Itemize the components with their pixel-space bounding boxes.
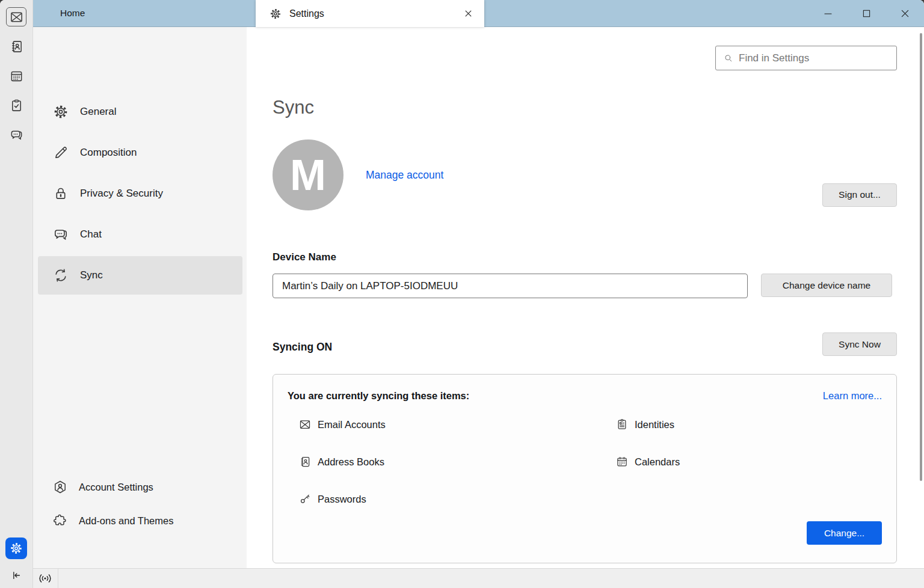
device-name-input[interactable]: [273, 274, 748, 298]
sync-item-label: Email Accounts: [318, 419, 386, 430]
sync-now-button[interactable]: Sync Now: [822, 332, 897, 356]
id-card-icon: [616, 418, 628, 430]
tab-settings-label: Settings: [289, 8, 324, 19]
sidebar-item-label: Account Settings: [79, 482, 153, 493]
account-hexagon-icon: [53, 480, 67, 494]
syncing-status: Syncing ON: [273, 341, 332, 356]
sidebar-item-chat[interactable]: Chat: [38, 215, 242, 254]
broadcast-status-icon[interactable]: [37, 571, 53, 586]
sidebar-item-label: Composition: [80, 147, 137, 159]
sync-item-email-accounts: Email Accounts: [288, 406, 605, 443]
sync-item-label: Address Books: [318, 456, 384, 468]
pencil-icon: [53, 145, 69, 161]
sidebar-item-label: Add-ons and Themes: [79, 515, 173, 527]
sign-out-button[interactable]: Sign out...: [822, 183, 897, 207]
gear-icon: [10, 542, 23, 555]
gear-icon: [53, 104, 69, 120]
sync-item-label: Calendars: [635, 456, 680, 468]
sidebar-item-sync[interactable]: Sync: [38, 256, 242, 295]
sidebar-footer: Account Settings Add-ons and Themes: [38, 468, 242, 535]
calendar-icon: [616, 456, 628, 468]
tasks-space-button[interactable]: [6, 96, 26, 115]
sync-items-grid: Email Accounts Identities: [288, 406, 882, 518]
mail-icon: [10, 10, 23, 24]
maximize-icon: [861, 8, 872, 19]
minimize-button[interactable]: [808, 0, 847, 26]
sidebar-item-account-settings[interactable]: Account Settings: [38, 473, 242, 501]
tab-home[interactable]: Home: [33, 0, 256, 26]
tab-close-button[interactable]: [460, 6, 476, 22]
sidebar-item-label: General: [80, 106, 116, 118]
calendar-icon: [10, 69, 23, 83]
sidebar-item-label: Privacy & Security: [80, 188, 163, 200]
tasks-icon: [10, 99, 23, 112]
sync-item-label: Passwords: [318, 494, 366, 505]
syncing-status-row: Syncing ON Sync Now: [273, 332, 897, 356]
gear-icon: [270, 8, 282, 20]
thunderbird-window: Home Settings: [0, 0, 924, 588]
sidebar-item-general[interactable]: General: [38, 93, 242, 131]
sidebar-item-label: Sync: [80, 269, 103, 281]
vertical-scrollbar[interactable]: [920, 33, 922, 481]
manage-account-link[interactable]: Manage account: [366, 169, 443, 182]
change-device-name-button[interactable]: Change device name: [761, 274, 892, 297]
minimize-icon: [822, 8, 834, 19]
sidebar-item-composition[interactable]: Composition: [38, 133, 242, 172]
sync-items-panel: You are currently syncing these items: L…: [273, 374, 897, 563]
envelope-icon: [299, 418, 311, 430]
mail-space-button[interactable]: [6, 7, 26, 26]
sync-item-passwords: Passwords: [288, 480, 605, 518]
puzzle-icon: [53, 513, 67, 528]
sync-item-address-books: Address Books: [288, 443, 605, 480]
panel-title: You are currently syncing these items:: [288, 389, 469, 402]
address-book-space-button[interactable]: [6, 37, 26, 56]
status-separator: [58, 569, 58, 588]
sidebar-item-privacy-security[interactable]: Privacy & Security: [38, 174, 242, 213]
avatar-letter: M: [290, 153, 326, 197]
sync-arrows-icon: [53, 268, 69, 283]
search-icon: [723, 53, 733, 63]
tab-home-label: Home: [60, 8, 85, 19]
device-name-section: Device Name Change device name: [273, 251, 897, 298]
sync-settings-pane: Sync M Manage account Sign out... Device…: [247, 27, 924, 568]
sync-item-calendars: Calendars: [605, 443, 882, 480]
maximize-button[interactable]: [847, 0, 886, 26]
close-icon: [464, 9, 473, 18]
sync-item-identities: Identities: [605, 406, 882, 443]
chat-icon: [10, 128, 23, 142]
address-book-icon: [299, 456, 311, 468]
close-icon: [899, 8, 911, 19]
sidebar-item-label: Chat: [80, 228, 102, 240]
calendar-space-button[interactable]: [6, 66, 26, 85]
avatar: M: [273, 139, 343, 210]
search-box: [715, 46, 897, 70]
sync-item-label: Identities: [635, 419, 674, 430]
page-title: Sync: [273, 97, 897, 118]
key-icon: [299, 493, 311, 505]
settings-sidebar: General Composition Privacy & Security: [33, 27, 247, 568]
change-sync-items-button[interactable]: Change...: [807, 521, 882, 545]
spaces-toolbar: [0, 0, 33, 588]
tab-bar: Home Settings: [33, 0, 924, 27]
address-book-icon: [10, 40, 23, 54]
close-window-button[interactable]: [886, 0, 924, 26]
collapse-arrow-icon: [10, 569, 22, 581]
learn-more-link[interactable]: Learn more...: [823, 390, 882, 402]
find-in-settings-input[interactable]: [739, 52, 890, 64]
device-name-label: Device Name: [273, 251, 897, 264]
chat-space-button[interactable]: [6, 125, 26, 144]
tab-settings[interactable]: Settings: [256, 0, 484, 27]
chat-icon: [53, 227, 69, 242]
status-bar: [33, 568, 924, 588]
settings-space-button[interactable]: [5, 537, 27, 559]
lock-icon: [53, 186, 69, 201]
account-row: M Manage account Sign out...: [273, 139, 897, 210]
window-controls: [808, 0, 924, 26]
collapse-spaces-button[interactable]: [7, 568, 25, 583]
sidebar-item-addons-themes[interactable]: Add-ons and Themes: [38, 506, 242, 535]
